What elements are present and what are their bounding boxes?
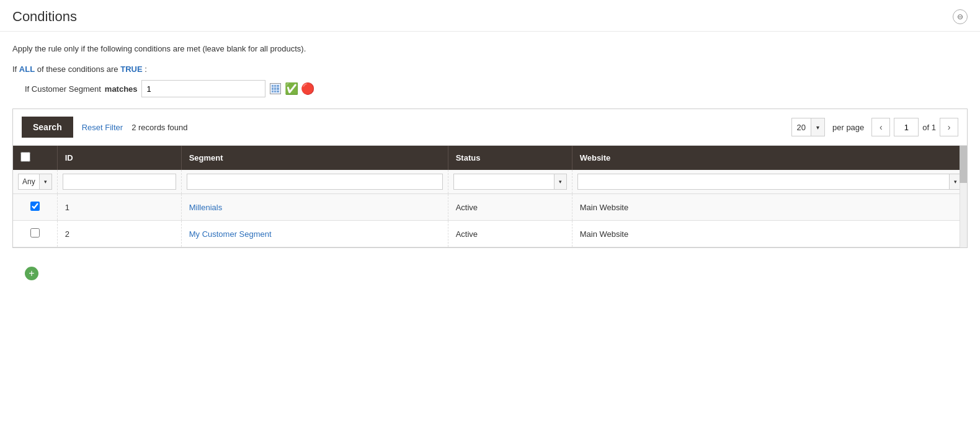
row2-checkbox[interactable]	[30, 228, 40, 238]
middle-label: of these conditions are	[37, 64, 120, 74]
table-container: Search Reset Filter 2 records found 20 ▾…	[12, 109, 968, 248]
filter-status-arrow[interactable]: ▾	[554, 174, 566, 189]
bottom-area: +	[12, 260, 968, 286]
per-page-label: per page	[832, 123, 864, 132]
row1-status-cell: Active	[448, 194, 572, 221]
condition-row-label: If Customer Segment	[25, 84, 101, 94]
grid-picker-icon[interactable]	[269, 82, 282, 95]
row2-website-cell: Main Website	[572, 221, 967, 247]
table-scroll-wrapper: ID Segment Status Website	[13, 146, 967, 247]
condition-line: If ALL of these conditions are TRUE :	[12, 64, 968, 74]
row2-id: 2	[65, 229, 69, 239]
any-arrow[interactable]: ▾	[39, 174, 51, 189]
page-header: Conditions ⊖	[0, 0, 980, 32]
records-found-label: 2 records found	[131, 123, 782, 132]
add-icon: +	[29, 269, 34, 278]
table-row: 2 My Customer Segment Active Main Websit…	[13, 221, 967, 247]
filter-row: Any ▾ ▾	[13, 170, 967, 194]
row1-website: Main Website	[580, 203, 629, 212]
page-title: Conditions	[12, 9, 77, 25]
colon: :	[145, 64, 147, 74]
condition-row: If Customer Segment matches ✅ 🔴	[25, 80, 968, 97]
row1-website-cell: Main Website	[572, 194, 967, 221]
add-condition-button[interactable]: +	[25, 267, 38, 280]
th-id: ID	[57, 146, 181, 170]
pagination-area: 20 ▾ per page ‹ of 1 ›	[791, 118, 958, 136]
any-value: Any	[19, 177, 39, 186]
th-website: Website	[572, 146, 967, 170]
prev-page-button[interactable]: ‹	[871, 118, 890, 136]
filter-status-cell: ▾	[448, 170, 572, 194]
remove-condition-icon[interactable]: 🔴	[301, 82, 314, 95]
page-number-input[interactable]	[894, 118, 919, 136]
table-toolbar: Search Reset Filter 2 records found 20 ▾…	[13, 109, 967, 146]
scrollbar-thumb[interactable]	[960, 146, 967, 183]
row1-id-cell: 1	[57, 194, 181, 221]
row2-id-cell: 2	[57, 221, 181, 247]
scrollbar-track[interactable]	[960, 146, 967, 247]
of-pages-label: of 1	[922, 123, 936, 132]
row1-checkbox-cell	[13, 194, 57, 221]
next-page-button[interactable]: ›	[940, 118, 958, 136]
condition-value-input[interactable]	[141, 80, 265, 97]
select-all-checkbox[interactable]	[20, 152, 30, 162]
row1-segment-link[interactable]: Millenials	[189, 203, 222, 212]
table-header-row: ID Segment Status Website	[13, 146, 967, 170]
description-text: Apply the rule only if the following con…	[12, 44, 968, 53]
collapse-icon-symbol: ⊖	[957, 12, 963, 21]
row2-checkbox-cell	[13, 221, 57, 247]
row1-id: 1	[65, 203, 69, 212]
filter-id-cell	[57, 170, 181, 194]
all-label: ALL	[19, 64, 35, 74]
grid-icon	[270, 83, 281, 94]
filter-website-select[interactable]: ▾	[577, 174, 962, 190]
per-page-arrow[interactable]: ▾	[811, 118, 824, 136]
data-table: ID Segment Status Website	[13, 146, 967, 247]
confirm-condition-icon[interactable]: ✅	[285, 82, 298, 95]
row1-segment-cell: Millenials	[181, 194, 448, 221]
matches-label: matches	[105, 84, 138, 94]
filter-id-input[interactable]	[63, 174, 176, 190]
filter-website-cell: ▾	[572, 170, 967, 194]
th-checkbox	[13, 146, 57, 170]
prev-icon: ‹	[880, 122, 883, 132]
row2-segment-link[interactable]: My Customer Segment	[189, 229, 272, 239]
next-icon: ›	[948, 122, 951, 132]
row1-checkbox[interactable]	[30, 202, 40, 211]
table-row: 1 Millenials Active Main Website	[13, 194, 967, 221]
row2-segment-cell: My Customer Segment	[181, 221, 448, 247]
row2-status: Active	[456, 229, 478, 239]
filter-segment-input[interactable]	[187, 174, 443, 190]
row2-status-cell: Active	[448, 221, 572, 247]
content-area: Apply the rule only if the following con…	[0, 32, 980, 293]
per-page-selector[interactable]: 20 ▾	[791, 118, 825, 136]
reset-filter-link[interactable]: Reset Filter	[82, 123, 123, 132]
th-status: Status	[448, 146, 572, 170]
per-page-value: 20	[792, 123, 811, 132]
search-button[interactable]: Search	[22, 117, 73, 138]
th-segment: Segment	[181, 146, 448, 170]
any-select[interactable]: Any ▾	[18, 174, 52, 190]
row2-website: Main Website	[580, 229, 629, 239]
filter-status-select[interactable]: ▾	[453, 174, 567, 190]
row1-status: Active	[456, 203, 478, 212]
filter-checkbox-cell: Any ▾	[13, 170, 57, 194]
true-label: TRUE	[120, 64, 142, 74]
collapse-icon[interactable]: ⊖	[953, 9, 968, 24]
filter-segment-cell	[181, 170, 448, 194]
if-label: If	[12, 64, 17, 74]
